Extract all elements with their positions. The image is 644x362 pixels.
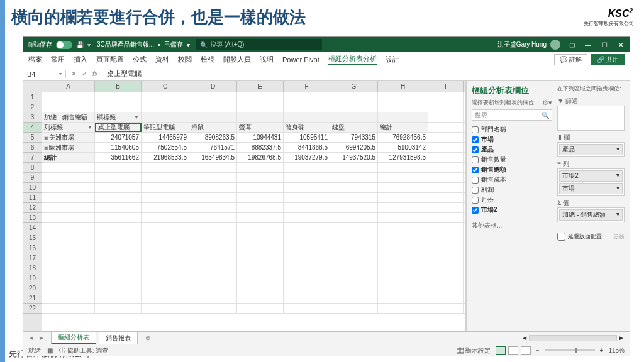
cells[interactable]: 加總 - 銷售總額 欄標籤▼ 列標籤▼ 桌上型電腦 筆記型電腦 滑鼠 螢幕 隨身… [42, 92, 465, 331]
update-button[interactable]: 更新 [613, 233, 625, 241]
filter-dropdown-icon[interactable]: ▼ [134, 112, 139, 122]
close-icon[interactable]: ✕ [616, 41, 626, 48]
enter-icon[interactable]: ✓ [82, 70, 87, 78]
tab-insert[interactable]: 插入 [74, 55, 87, 64]
sheet-nav-next-icon[interactable]: ► [38, 334, 45, 341]
filter-area-label: ▼ 篩選 [557, 97, 625, 106]
rows-area-label: ≡ 列 [557, 160, 625, 168]
tab-data[interactable]: 資料 [155, 55, 169, 64]
new-sheet-icon[interactable]: ⊕ [140, 334, 155, 341]
active-cell[interactable]: 桌上型電腦 [95, 123, 142, 132]
search-icon: 🔍 [541, 112, 549, 119]
col-header[interactable]: A [42, 81, 95, 92]
filter-drop-area[interactable] [557, 106, 625, 131]
save-icon[interactable]: 💾 [76, 41, 84, 48]
row-headers: 12 34 56 78 910 1112 1314 1516 1718 1920… [23, 92, 42, 331]
zoom-slider[interactable] [545, 349, 595, 351]
zoom-out-icon[interactable]: − [536, 347, 540, 354]
macro-icon[interactable]: ▦ [47, 347, 53, 354]
autosave-toggle[interactable] [56, 41, 72, 49]
cell[interactable]: 加總 - 銷售總額 [42, 112, 95, 122]
tab-pivot-analyze[interactable]: 樞紐分析表分析 [328, 54, 377, 65]
cell[interactable]: 欄標籤▼ [95, 112, 142, 122]
select-all-corner[interactable] [23, 81, 42, 92]
tab-formulas[interactable]: 公式 [133, 55, 147, 64]
view-layout-icon[interactable] [508, 346, 518, 355]
accessibility-status[interactable]: ⓘ 協助工具: 調查 [59, 346, 108, 355]
field-item[interactable]: 利潤 [472, 185, 552, 195]
col-header[interactable]: F [284, 81, 330, 92]
comments-button[interactable]: 💬 註解 [554, 54, 587, 65]
columns-drop-area[interactable]: 產品▾ [557, 142, 625, 157]
avatar[interactable] [550, 40, 560, 50]
name-box[interactable]: B4▾ [23, 70, 66, 78]
field-item[interactable]: 銷售成本 [472, 175, 552, 185]
view-normal-icon[interactable] [496, 346, 506, 355]
cell[interactable]: 列標籤▼ [42, 123, 95, 132]
sheet-tab[interactable]: 樞紐分析表 [51, 331, 96, 344]
minimize-icon[interactable]: — [583, 41, 593, 48]
col-header[interactable]: I [428, 81, 464, 92]
tab-design[interactable]: 設計 [386, 55, 399, 64]
ribbon-mode-icon[interactable]: ▢ [567, 41, 577, 48]
fx-icon[interactable]: fx [92, 70, 98, 78]
sheet-tabs: ◄ ► 樞紐分析表 銷售報表 ⊕ ◄ ► [23, 331, 630, 344]
field-search[interactable]: 搜尋🔍 [472, 109, 552, 121]
area-item[interactable]: 產品▾ [559, 144, 623, 155]
sheet-tab[interactable]: 銷售報表 [99, 332, 138, 344]
tab-view[interactable]: 檢視 [201, 55, 214, 64]
tab-developer[interactable]: 開發人員 [223, 55, 251, 64]
area-item[interactable]: 市場2▾ [559, 170, 623, 182]
defer-checkbox[interactable] [557, 233, 565, 241]
tab-review[interactable]: 校閱 [178, 55, 192, 64]
maximize-icon[interactable]: ☐ [599, 41, 609, 48]
scroll-left-icon[interactable]: ◄ [521, 334, 528, 341]
ksc-logo-subtitle: 先行智庫股份有限公司 [584, 20, 634, 27]
zoom-level[interactable]: 115% [608, 347, 625, 354]
field-item[interactable]: 部門名稱 [472, 124, 552, 134]
share-button[interactable]: 🔗 共用 [591, 54, 625, 65]
gear-icon[interactable]: ⚙▾ [542, 99, 552, 107]
area-item[interactable]: 市場▾ [559, 183, 623, 194]
slide-accent-bar [0, 0, 5, 362]
filter-dropdown-icon[interactable]: ▼ [87, 123, 92, 132]
field-item[interactable]: 月份 [472, 195, 552, 205]
titlebar: 自動儲存 💾 ▾ 3C品牌產品銷售報... • 已儲存 ▾ 🔍 搜尋 (Alt+… [23, 37, 630, 52]
pivot-fields-pane: 樞紐分析表欄位 選擇要新增到報表的欄位:⚙▾ 搜尋🔍 部門名稱 市場 產品 銷售… [466, 81, 630, 331]
cancel-icon[interactable]: ✕ [71, 70, 77, 78]
status-ready: 就緒 [28, 346, 41, 355]
col-header[interactable]: D [189, 81, 237, 92]
tab-powerpivot[interactable]: Power Pivot [282, 56, 319, 63]
h-scrollbar[interactable] [529, 335, 617, 341]
scroll-right-icon[interactable]: ► [618, 334, 625, 341]
zoom-in-icon[interactable]: + [600, 347, 604, 354]
sheet-nav-prev-icon[interactable]: ◄ [28, 334, 35, 341]
autosave-label: 自動儲存 [27, 40, 52, 49]
col-header[interactable]: E [237, 81, 284, 92]
col-header[interactable]: G [330, 81, 378, 92]
area-item[interactable]: 加總 - 銷售總額▾ [559, 209, 623, 221]
worksheet-grid[interactable]: A B C D E F G H I 12 34 56 78 910 1112 1… [23, 81, 466, 331]
field-item[interactable]: 銷售數量 [472, 155, 552, 165]
rows-drop-area[interactable]: 市場2▾ 市場▾ [557, 168, 625, 196]
tab-layout[interactable]: 頁面配置 [96, 55, 124, 64]
formula-input[interactable]: 桌上型電腦 [103, 69, 630, 79]
values-drop-area[interactable]: 加總 - 銷售總額▾ [557, 207, 625, 222]
col-header[interactable]: H [378, 81, 428, 92]
tab-home[interactable]: 常用 [51, 55, 65, 64]
field-item[interactable]: 市場2 [472, 205, 552, 215]
field-item[interactable]: 市場 [472, 134, 552, 145]
field-item[interactable]: 銷售總額 [472, 165, 552, 175]
other-tables-link[interactable]: 其他表格... [472, 221, 552, 230]
field-item[interactable]: 產品 [472, 145, 552, 155]
col-header[interactable]: B [95, 81, 142, 92]
tab-file[interactable]: 檔案 [28, 55, 42, 64]
file-name[interactable]: 3C品牌產品銷售報... [97, 40, 154, 49]
user-name[interactable]: 洪子盛Gary Hung [497, 40, 547, 49]
col-header[interactable]: C [142, 81, 189, 92]
columns-area-label: Ⅲ 欄 [557, 133, 625, 142]
view-pagebreak-icon[interactable] [521, 346, 531, 355]
search-box[interactable]: 🔍 搜尋 (Alt+Q) [196, 39, 322, 50]
display-settings[interactable]: ▦ 顯示設定 [457, 346, 491, 355]
tab-help[interactable]: 說明 [260, 55, 274, 64]
